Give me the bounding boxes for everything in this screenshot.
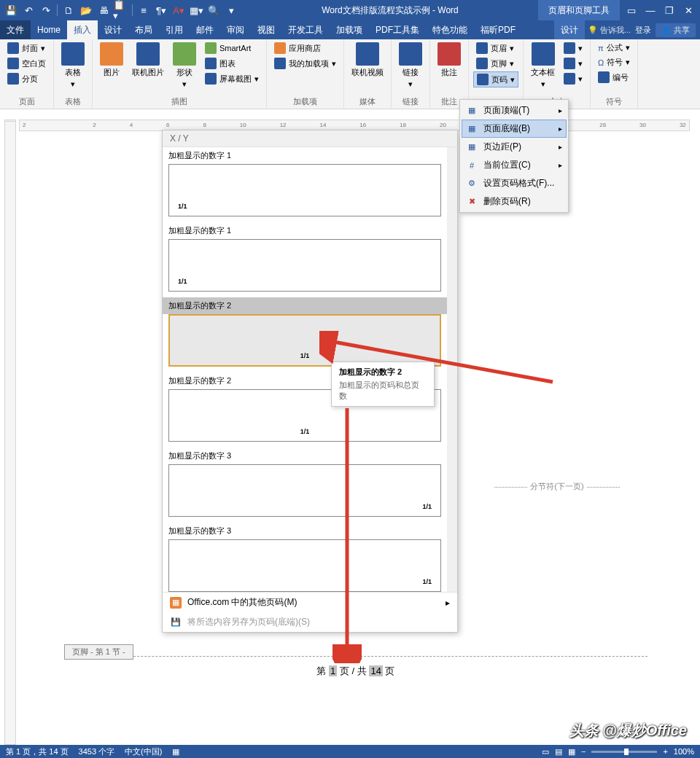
status-bar: 第 1 页，共 14 页 3453 个字 中文(中国) ▦ ▭ ▤ ▦ − + … xyxy=(0,745,700,758)
zoom-level[interactable]: 100% xyxy=(674,747,694,756)
online-pictures-button[interactable]: 联机图片 xyxy=(129,41,167,79)
shapes-button[interactable]: 形状▾ xyxy=(170,41,199,90)
screenshot-button[interactable]: 屏幕截图 ▾ xyxy=(202,71,262,86)
gallery-item-preview[interactable]: 1/1 xyxy=(168,239,441,292)
online-video-button[interactable]: 联机视频 xyxy=(349,41,386,79)
number-button[interactable]: 编号 xyxy=(595,70,633,85)
gallery-more-office[interactable]: ▦Office.com 中的其他页码(M)▸ xyxy=(163,593,457,612)
gallery-item-preview[interactable]: 1/1 xyxy=(168,539,441,592)
textbox-button[interactable]: 文本框▾ xyxy=(528,41,558,90)
status-words[interactable]: 3453 个字 xyxy=(79,746,115,757)
cover-page-button[interactable]: 封面 ▾ xyxy=(4,41,49,55)
zoom-in-icon[interactable]: + xyxy=(663,747,667,756)
view-read-icon[interactable]: ▭ xyxy=(542,747,549,757)
group-header-footer: 页眉 ▾ 页脚 ▾ 页码 ▾ 页眉和页脚 xyxy=(469,39,524,109)
equation-button[interactable]: π 公式 ▾ xyxy=(595,41,633,55)
pictures-button[interactable]: 图片 xyxy=(97,41,126,79)
gallery-item-preview[interactable]: 1/1 xyxy=(168,314,441,367)
status-language[interactable]: 中文(中国) xyxy=(125,746,162,757)
symbol-button[interactable]: Ω 符号 ▾ xyxy=(595,55,633,69)
footer-button[interactable]: 页脚 ▾ xyxy=(473,56,518,71)
gallery-tooltip: 加粗显示的数字 2 加粗显示的页码和总页数 xyxy=(331,362,435,407)
redo-icon[interactable]: ↷ xyxy=(38,2,54,18)
tab-features[interactable]: 特色功能 xyxy=(426,20,474,39)
status-macro-icon[interactable]: ▦ xyxy=(172,747,179,757)
chart-button[interactable]: 图表 xyxy=(202,56,262,71)
menu-current-position[interactable]: #当前位置(C)▸ xyxy=(462,156,567,174)
footer-page-number[interactable]: 第 1 页 / 共 14 页 xyxy=(64,665,648,678)
restore-icon[interactable]: ❐ xyxy=(661,5,678,16)
tab-pdftools[interactable]: PDF工具集 xyxy=(369,20,426,39)
new-icon[interactable]: 🗋 xyxy=(61,2,77,18)
minimize-icon[interactable]: — xyxy=(642,5,659,16)
view-web-icon[interactable]: ▦ xyxy=(568,747,575,757)
qat-more-icon[interactable]: ▾ xyxy=(223,2,239,18)
view-print-icon[interactable]: ▤ xyxy=(555,747,562,757)
tab-contextual-design[interactable]: 设计 xyxy=(554,20,585,39)
table-button[interactable]: 表格▾ xyxy=(58,41,88,90)
tab-design[interactable]: 设计 xyxy=(98,20,128,39)
tab-home[interactable]: Home xyxy=(31,20,67,39)
save-icon[interactable]: 💾 xyxy=(3,2,19,18)
tab-view[interactable]: 视图 xyxy=(251,20,281,39)
tab-insert[interactable]: 插入 xyxy=(67,20,98,39)
vertical-ruler[interactable] xyxy=(4,121,16,745)
tab-layout[interactable]: 布局 xyxy=(128,20,159,39)
tab-developer[interactable]: 开发工具 xyxy=(281,20,330,39)
gallery-category: X / Y xyxy=(163,130,457,147)
align-icon[interactable]: ≡ xyxy=(136,2,152,18)
quick-access-toolbar: 💾 ↶ ↷ 🗋 📂 🖶 📋▾ ≡ ¶▾ A▾ ▦▾ 🔍 ▾ xyxy=(0,2,242,18)
table-icon[interactable]: ▦▾ xyxy=(188,2,204,18)
comment-button[interactable]: 批注 xyxy=(435,41,464,79)
group-comments: 批注 批注 xyxy=(430,39,469,109)
tab-mailings[interactable]: 邮件 xyxy=(190,20,220,39)
quickparts-button[interactable]: ▾ xyxy=(561,41,586,55)
tell-me[interactable]: 💡 告诉我... xyxy=(588,25,631,36)
tab-review[interactable]: 审阅 xyxy=(220,20,251,39)
scroll-down-icon[interactable]: ▾ xyxy=(447,582,457,592)
footer-section-tag: 页脚 - 第 1 节 - xyxy=(64,644,133,660)
blank-page-button[interactable]: 空白页 xyxy=(4,56,49,71)
menu-page-bottom[interactable]: ▦页面底端(B)▸ xyxy=(462,120,567,138)
login-link[interactable]: 登录 xyxy=(635,25,651,36)
gallery-item-label: 加粗显示的数字 3 xyxy=(163,523,447,539)
smartart-button[interactable]: SmartArt xyxy=(202,41,262,55)
para-icon[interactable]: ¶▾ xyxy=(153,2,169,18)
close-icon[interactable]: ✕ xyxy=(680,5,697,16)
find-icon[interactable]: 🔍 xyxy=(206,2,222,18)
status-page[interactable]: 第 1 页，共 14 页 xyxy=(6,746,69,757)
group-links: 链接▾ 链接 xyxy=(392,39,430,109)
ribbon-tabs: 文件 Home 插入 设计 布局 引用 邮件 审阅 视图 开发工具 加载项 PD… xyxy=(0,20,700,39)
gallery-item-preview[interactable]: 1/1 xyxy=(168,464,441,517)
menu-remove-page-numbers[interactable]: ✖删除页码(R) xyxy=(462,192,567,211)
gallery-item-preview[interactable]: 1/1 xyxy=(168,164,441,216)
menu-page-margin[interactable]: ▦页边距(P)▸ xyxy=(462,138,567,156)
paste-icon[interactable]: 📋▾ xyxy=(113,2,129,18)
dropcap-button[interactable]: ▾ xyxy=(561,71,586,86)
tab-references[interactable]: 引用 xyxy=(159,20,190,39)
wordart-button[interactable]: ▾ xyxy=(561,56,586,71)
store-button[interactable]: 应用商店 xyxy=(271,41,339,55)
menu-format-page-numbers[interactable]: ⚙设置页码格式(F)... xyxy=(462,174,567,192)
my-addins-button[interactable]: 我的加载项 ▾ xyxy=(271,56,339,71)
zoom-slider[interactable] xyxy=(591,751,657,753)
font-color-icon[interactable]: A▾ xyxy=(171,2,187,18)
scroll-up-icon[interactable]: ▴ xyxy=(447,147,457,157)
quickprint-icon[interactable]: 🖶 xyxy=(96,2,112,18)
page-number-button[interactable]: 页码 ▾ xyxy=(473,71,518,87)
header-button[interactable]: 页眉 ▾ xyxy=(473,41,518,55)
links-button[interactable]: 链接▾ xyxy=(396,41,425,90)
ribbon: 封面 ▾ 空白页 分页 页面 表格▾ 表格 图片 联机图片 形状▾ SmartA… xyxy=(0,39,700,109)
menu-page-top[interactable]: ▦页面顶端(T)▸ xyxy=(462,101,567,120)
tab-file[interactable]: 文件 xyxy=(0,20,31,39)
zoom-out-icon[interactable]: − xyxy=(581,747,586,756)
group-pages: 封面 ▾ 空白页 分页 页面 xyxy=(0,39,54,109)
undo-icon[interactable]: ↶ xyxy=(20,2,36,18)
tab-foxit[interactable]: 福昕PDF xyxy=(474,20,522,39)
ribbon-options-icon[interactable]: ▭ xyxy=(623,5,640,16)
open-icon[interactable]: 📂 xyxy=(78,2,94,18)
gallery-item-label: 加粗显示的数字 3 xyxy=(163,448,447,464)
share-button[interactable]: 👤 共享 xyxy=(656,23,696,37)
tab-addins[interactable]: 加载项 xyxy=(330,20,369,39)
page-break-button[interactable]: 分页 xyxy=(4,71,49,86)
